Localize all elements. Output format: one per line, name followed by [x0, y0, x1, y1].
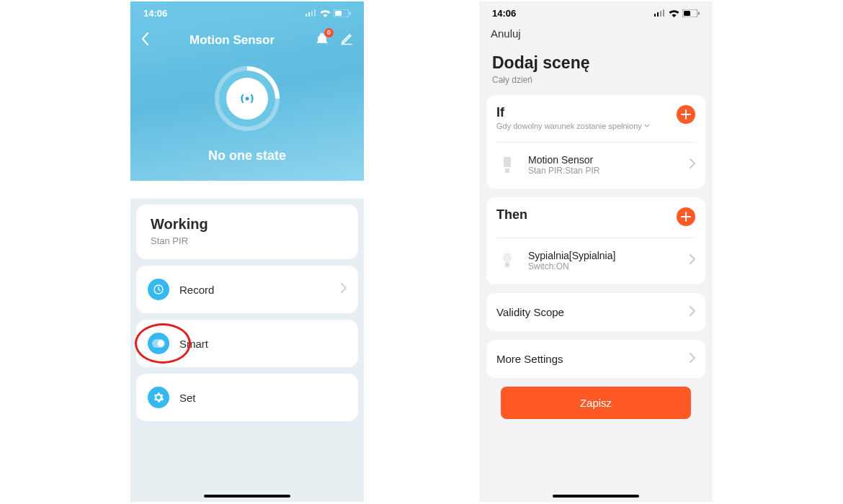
validity-label: Validity Scope — [496, 306, 564, 318]
battery-icon — [334, 9, 351, 17]
scene-header: Dodaj scenę Cały dzień — [479, 46, 713, 95]
clock-icon — [148, 279, 169, 300]
sensor-icon-circle — [226, 78, 268, 120]
notification-badge: 0 — [324, 28, 334, 37]
chevron-right-icon — [690, 353, 695, 365]
working-title: Working — [151, 216, 344, 233]
scene-title: Dodaj scenę — [492, 53, 700, 73]
svg-point-7 — [246, 97, 249, 101]
svg-rect-6 — [349, 12, 351, 14]
pencil-icon — [339, 32, 354, 46]
wifi-icon — [669, 9, 679, 17]
svg-point-20 — [503, 253, 512, 263]
home-indicator — [553, 495, 639, 498]
screen-motion-sensor: 14:06 Motion Sensor 0 — [130, 1, 364, 502]
svg-rect-3 — [314, 9, 316, 17]
save-button[interactable]: Zapisz — [501, 387, 691, 419]
svg-rect-14 — [663, 9, 664, 17]
chevron-down-icon — [644, 124, 650, 128]
set-row[interactable]: Set — [136, 374, 358, 421]
top-bar: Anuluj — [479, 24, 713, 46]
then-panel: Then Sypialnia[Sypialnia] Switch:ON — [486, 197, 705, 284]
validity-scope-row[interactable]: Validity Scope — [486, 293, 705, 331]
record-row[interactable]: Record — [136, 266, 358, 313]
svg-rect-21 — [505, 263, 509, 267]
scene-subtitle: Cały dzień — [492, 75, 700, 85]
svg-rect-5 — [335, 11, 342, 16]
nav-bar: Motion Sensor 0 — [130, 24, 364, 56]
home-indicator — [204, 495, 290, 498]
bulb-icon — [496, 250, 518, 271]
working-status-card: Working Stan PIR — [136, 204, 358, 259]
notification-button[interactable]: 0 — [315, 32, 329, 49]
state-label: No one state — [208, 148, 286, 163]
if-item-title: Motion Sensor — [528, 154, 599, 166]
plus-icon — [681, 109, 691, 120]
then-item-sub: Switch:ON — [528, 261, 615, 271]
set-label: Set — [179, 392, 196, 404]
svg-rect-11 — [654, 14, 656, 17]
status-time: 14:06 — [143, 8, 167, 19]
working-subtitle: Stan PIR — [151, 235, 344, 246]
back-button[interactable] — [140, 32, 149, 49]
if-condition-dropdown[interactable]: Gdy dowolny warunek zostanie spełniony — [496, 122, 650, 130]
then-title: Then — [496, 207, 527, 222]
if-subtitle: Gdy dowolny warunek zostanie spełniony — [496, 122, 642, 130]
smart-row[interactable]: Smart — [136, 320, 358, 367]
more-settings-row[interactable]: More Settings — [486, 340, 705, 378]
motion-sensor-icon — [496, 154, 518, 176]
more-settings-label: More Settings — [496, 353, 563, 365]
battery-icon — [682, 9, 700, 17]
svg-rect-2 — [311, 11, 313, 17]
cellular-icon — [654, 9, 666, 17]
smart-label: Smart — [179, 338, 208, 350]
page-title: Motion Sensor — [189, 33, 275, 48]
chevron-right-icon — [690, 306, 695, 318]
chevron-right-icon — [690, 158, 695, 171]
svg-rect-16 — [684, 11, 690, 16]
svg-rect-1 — [308, 12, 310, 17]
then-item-title: Sypialnia[Sypialnia] — [528, 250, 615, 261]
svg-rect-0 — [305, 14, 307, 17]
svg-point-10 — [158, 341, 164, 347]
svg-rect-18 — [504, 157, 511, 167]
toggle-icon — [148, 333, 169, 354]
if-condition-row[interactable]: Motion Sensor Stan PIR:Stan PIR — [496, 143, 695, 179]
plus-icon — [681, 212, 691, 222]
svg-rect-13 — [660, 11, 661, 17]
cellular-icon — [305, 9, 317, 17]
add-condition-button[interactable] — [677, 105, 695, 124]
svg-rect-12 — [657, 12, 659, 17]
menu-list: Working Stan PIR Record Smart Set — [130, 199, 364, 502]
screen-add-scene: 14:06 Anuluj Dodaj scenę Cały dzień If G… — [479, 1, 713, 502]
gear-icon — [148, 387, 169, 408]
chevron-right-icon — [690, 254, 695, 267]
add-action-button[interactable] — [677, 207, 695, 226]
status-icons — [654, 9, 700, 17]
motion-icon — [237, 91, 257, 106]
chevron-right-icon — [341, 283, 347, 296]
wifi-icon — [320, 9, 331, 17]
edit-button[interactable] — [339, 32, 354, 49]
header-gradient: 14:06 Motion Sensor 0 — [130, 1, 364, 181]
cancel-button[interactable]: Anuluj — [491, 27, 521, 40]
then-action-row[interactable]: Sypialnia[Sypialnia] Switch:ON — [496, 238, 695, 274]
status-bar: 14:06 — [130, 1, 364, 24]
svg-rect-17 — [698, 12, 700, 14]
status-icons — [305, 9, 351, 17]
status-time: 14:06 — [492, 8, 516, 19]
sensor-visual: No one state — [130, 66, 364, 163]
record-label: Record — [179, 284, 214, 296]
status-bar: 14:06 — [479, 1, 713, 24]
svg-rect-19 — [505, 168, 509, 173]
if-panel: If Gdy dowolny warunek zostanie spełnion… — [486, 95, 705, 189]
if-title: If — [496, 105, 650, 120]
if-item-sub: Stan PIR:Stan PIR — [528, 166, 599, 176]
sensor-progress-ring — [215, 66, 280, 131]
